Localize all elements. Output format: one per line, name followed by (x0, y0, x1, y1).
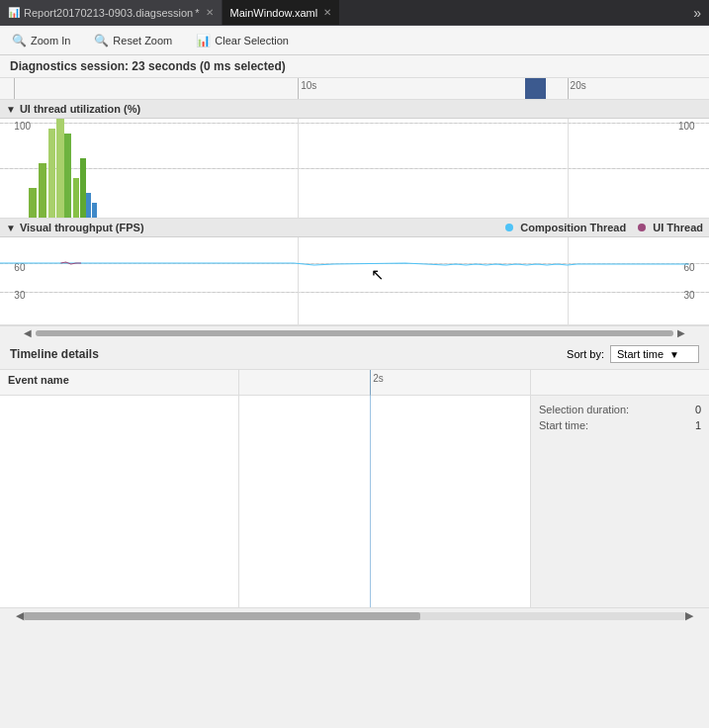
table-col-event-name: Event name (0, 370, 239, 607)
table-ruler-tick-2s: 2s (370, 370, 384, 395)
chart-scrollbar[interactable]: ◀ ▶ (0, 325, 709, 339)
tab-label-main: MainWindow.xaml (230, 7, 318, 19)
toolbar: 🔍 Zoom In 🔍 Reset Zoom 📊 Clear Selection (0, 26, 709, 55)
bar-0 (29, 188, 38, 218)
sort-value: Start time (617, 348, 664, 360)
legend-label-ui: UI Thread (653, 222, 703, 233)
timeline-details-header: Timeline details Sort by: Start time ▼ (0, 339, 709, 370)
bottom-scroll-right-arrow[interactable]: ▶ (685, 609, 693, 622)
scroll-right-arrow[interactable]: ▶ (673, 327, 689, 338)
fps-chart-title: Visual throughput (FPS) (20, 222, 144, 233)
zoom-in-icon: 🔍 (12, 34, 27, 47)
scroll-track[interactable] (36, 330, 673, 336)
tab-bar: 📊 Report20170213-0903.diagsession * ✕ Ma… (0, 0, 709, 26)
start-time-label: Start time: (539, 419, 588, 431)
bar-2 (48, 129, 55, 218)
ui-thread-chart-title: UI thread utilization (%) (20, 103, 140, 115)
session-info-text: Diagnostics session: 23 seconds (0 ms se… (10, 59, 286, 73)
ui-thread-bars (0, 119, 709, 218)
table-ruler: 2s (239, 370, 530, 396)
table-col-right: Selection duration: 0 Start time: 1 (531, 370, 709, 607)
ui-thread-chart-body[interactable]: 100 100 (0, 119, 709, 218)
timeline-ruler: 10s 20s (0, 78, 709, 100)
tab-label-diag: Report20170213-0903.diagsession (24, 7, 193, 19)
tab-close-main[interactable]: ✕ (323, 7, 331, 18)
table-ruler-tick-label: 2s (373, 373, 384, 384)
legend-dot-ui (638, 224, 646, 231)
bar-5 (73, 178, 79, 218)
bar-7 (86, 193, 91, 218)
fps-line-svg (0, 237, 709, 324)
zoom-in-button[interactable]: 🔍 Zoom In (8, 32, 74, 49)
right-panel: Selection duration: 0 Start time: 1 (531, 396, 709, 443)
clear-selection-button[interactable]: 📊 Clear Selection (192, 32, 293, 49)
bottom-scroll-track[interactable] (24, 612, 685, 620)
bar-3 (56, 119, 63, 218)
fps-chart-body[interactable]: 60 30 60 30 ↖ (0, 237, 709, 324)
bar-8 (92, 203, 97, 218)
tab-close-diag[interactable]: ✕ (206, 7, 214, 18)
bar-4 (64, 134, 71, 218)
ruler-tick-0s (14, 78, 17, 99)
sort-dropdown-arrow-icon: ▼ (669, 349, 679, 360)
tab-icon-diag: 📊 (8, 7, 20, 18)
bottom-scroll-left-arrow[interactable]: ◀ (16, 609, 24, 622)
clear-selection-icon: 📊 (196, 34, 211, 47)
ui-thread-chart-header[interactable]: ▼ UI thread utilization (%) (0, 100, 709, 119)
bar-1 (39, 163, 45, 218)
clear-selection-label: Clear Selection (215, 35, 289, 46)
legend-ui-thread: UI Thread (638, 222, 703, 233)
start-time-row: Start time: 1 (539, 419, 701, 431)
start-time-value: 1 (695, 419, 701, 431)
zoom-in-label: Zoom In (31, 35, 70, 46)
selection-duration-row: Selection duration: 0 (539, 404, 701, 415)
col-header-right (531, 370, 709, 396)
bar-6 (80, 158, 86, 218)
ruler-tick-10s: 10s (298, 78, 316, 99)
fps-chart-header[interactable]: ▼ Visual throughput (FPS) Composition Th… (0, 219, 709, 237)
reset-zoom-button[interactable]: 🔍 Reset Zoom (90, 32, 176, 49)
table-timeline-body[interactable] (239, 396, 530, 607)
bottom-scroll-thumb[interactable] (24, 612, 420, 620)
table-col-timeline: 2s (239, 370, 531, 607)
tab-nav-arrows[interactable]: » (685, 5, 709, 21)
legend-dot-composition (505, 224, 513, 231)
legend-composition-thread: Composition Thread (505, 222, 626, 233)
fps-chart-legend: Composition Thread UI Thread (505, 222, 703, 233)
session-info: Diagnostics session: 23 seconds (0 ms se… (0, 55, 709, 78)
ui-thread-collapse-icon: ▼ (6, 104, 16, 115)
scroll-thumb[interactable] (36, 330, 673, 336)
fps-chart-section: ▼ Visual throughput (FPS) Composition Th… (0, 219, 709, 325)
timeline-table: Event name 2s Selection duration: 0 Star… (0, 370, 709, 607)
bottom-scrollbar[interactable]: ◀ ▶ (0, 607, 709, 623)
scroll-left-arrow[interactable]: ◀ (20, 327, 36, 338)
sort-dropdown[interactable]: Start time ▼ (610, 345, 699, 363)
sort-by-label: Sort by: (567, 348, 604, 360)
fps-collapse-icon: ▼ (6, 223, 16, 233)
selection-duration-label: Selection duration: (539, 404, 629, 415)
sort-section: Sort by: Start time ▼ (567, 345, 699, 363)
ruler-highlight (525, 78, 547, 99)
col-event-name-label: Event name (8, 374, 69, 386)
tab-mainwindow[interactable]: MainWindow.xaml ✕ (222, 0, 341, 25)
legend-label-composition: Composition Thread (520, 222, 626, 233)
timeline-details-title: Timeline details (10, 347, 99, 361)
col-header-event-name: Event name (0, 370, 238, 396)
col-event-name-body[interactable] (0, 396, 238, 607)
fps-composition-line (0, 263, 689, 265)
tab-modified-diag: * (195, 7, 199, 19)
ruler-tick-20s: 20s (568, 78, 586, 99)
selection-duration-value: 0 (695, 404, 701, 415)
tab-diagsession[interactable]: 📊 Report20170213-0903.diagsession * ✕ (0, 0, 222, 25)
ui-thread-chart-section: ▼ UI thread utilization (%) 100 100 (0, 100, 709, 219)
reset-zoom-label: Reset Zoom (113, 35, 172, 46)
table-timeline-cursor-line (370, 370, 371, 607)
reset-zoom-icon: 🔍 (94, 34, 109, 47)
